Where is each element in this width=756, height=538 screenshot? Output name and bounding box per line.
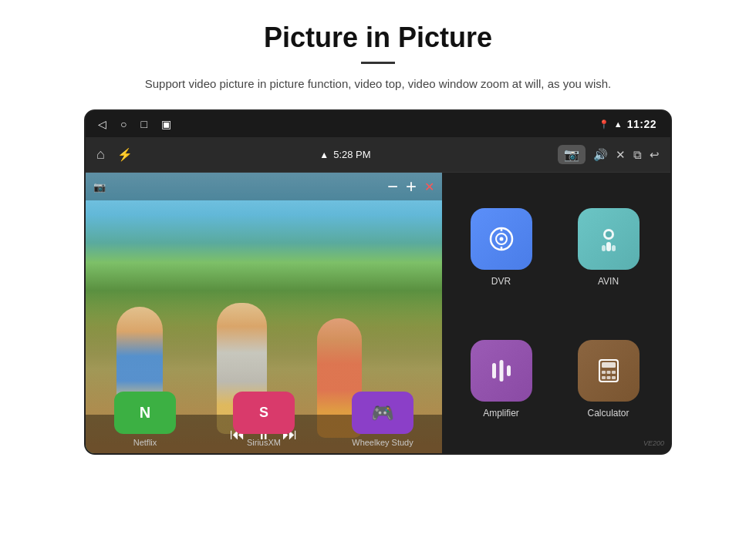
volume-icon[interactable]: 🔊 [593,148,608,162]
svg-rect-7 [606,242,611,251]
pip-close-btn[interactable]: ✕ [424,180,434,194]
wifi-status-icon: ▲ [319,150,329,160]
pip-record-icon: 📷 [93,181,106,193]
status-bar: ◁ ○ □ ▣ 📍 ▲ 11:22 [86,111,670,137]
app-bar-right: 📷 🔊 ✕ ⧉ ↩ [558,145,660,164]
netflix-app-item[interactable]: N Netflix [86,392,204,453]
camera-button[interactable]: 📷 [558,145,586,164]
svg-rect-12 [507,365,511,376]
close-icon[interactable]: ✕ [616,148,626,162]
avin-label: AVIN [598,276,619,287]
main-content: 📷 − + ✕ ⏮ ⏸ ⏭ [86,173,670,453]
pip-minus-btn[interactable]: − [387,176,398,197]
svg-point-2 [499,237,503,240]
app-bar-left: ⌂ ⚡ [96,146,133,163]
siriusxm-app-item[interactable]: S SiriusXM [204,392,323,453]
camera-icon: 📷 [564,147,579,162]
netflix-icon: N [140,404,150,422]
svg-rect-14 [602,362,616,368]
pip-controls-top: 📷 − + ✕ [86,173,442,200]
netflix-tile[interactable]: N [114,392,176,434]
pip-size-controls[interactable]: − + ✕ [387,176,434,197]
pip-plus-btn[interactable]: + [406,176,417,197]
siriusxm-icon: S [259,405,268,421]
nav-recent-icon[interactable]: □ [140,118,147,130]
home-icon[interactable]: ⌂ [96,146,105,163]
calculator-svg [593,355,624,386]
watermark: VE200 [643,439,664,447]
calculator-app-item[interactable]: Calculator [559,340,658,419]
page-title: Picture in Picture [264,22,492,54]
svg-rect-18 [602,376,606,379]
wheelkey-label: Wheelkey Study [352,438,413,447]
avin-icon[interactable] [578,208,640,270]
status-time: 11:22 [627,118,656,130]
app-bar: ⌂ ⚡ ▲ 5:28 PM 📷 🔊 ✕ ⧉ ↩ [86,137,670,173]
amplifier-icon[interactable] [471,340,532,402]
calculator-label: Calculator [587,408,629,419]
status-bar-info: 📍 ▲ 11:22 [599,118,656,130]
svg-rect-20 [612,376,616,379]
app-bar-center: ▲ 5:28 PM [319,149,370,160]
pip-overlay: 📷 − + ✕ ⏮ ⏸ ⏭ [86,173,442,453]
avin-app-item[interactable]: AVIN [559,208,658,287]
appbar-time: 5:28 PM [333,149,370,160]
back-icon[interactable]: ↩ [650,148,660,162]
netflix-label: Netflix [133,438,157,447]
svg-point-6 [606,231,612,237]
dvr-icon[interactable] [471,208,532,270]
device-frame: ◁ ○ □ ▣ 📍 ▲ 11:22 ⌂ ⚡ ▲ 5:28 PM [84,109,672,455]
app-grid: DVR AVIN [439,173,670,453]
svg-rect-8 [602,245,606,251]
svg-rect-15 [602,371,606,374]
wifi-icon: ▲ [614,119,623,129]
nav-home-icon[interactable]: ○ [120,118,127,130]
nav-screenshot-icon[interactable]: ▣ [161,118,171,130]
dvr-label: DVR [491,276,511,287]
avin-svg [593,224,624,254]
wheelkey-icon: 🎮 [371,402,394,424]
amplifier-app-item[interactable]: Amplifier [451,340,551,419]
location-icon: 📍 [599,119,609,129]
usb-icon[interactable]: ⚡ [117,147,133,162]
bottom-app-row: N Netflix S SiriusXM 🎮 Whe [86,379,442,453]
svg-rect-10 [492,363,496,378]
svg-rect-9 [612,245,616,251]
amplifier-label: Amplifier [483,408,519,419]
siriusxm-tile[interactable]: S [233,392,295,434]
dvr-app-item[interactable]: DVR [451,208,551,287]
status-bar-nav: ◁ ○ □ ▣ [98,118,171,130]
wheelkey-app-item[interactable]: 🎮 Wheelkey Study [323,392,442,453]
svg-rect-19 [606,376,610,379]
wheelkey-tile[interactable]: 🎮 [352,392,413,434]
svg-rect-16 [606,371,610,374]
title-divider [361,62,395,64]
siriusxm-label: SiriusXM [247,438,281,447]
page-subtitle: Support video picture in picture functio… [145,75,611,92]
nav-back-icon[interactable]: ◁ [98,118,106,130]
svg-rect-17 [612,371,616,374]
page-container: Picture in Picture Support video picture… [0,0,756,538]
calculator-icon[interactable] [578,340,640,402]
amplifier-svg [486,355,517,386]
dvr-svg [486,224,517,254]
pip-icon[interactable]: ⧉ [633,148,642,162]
svg-rect-11 [499,360,503,382]
